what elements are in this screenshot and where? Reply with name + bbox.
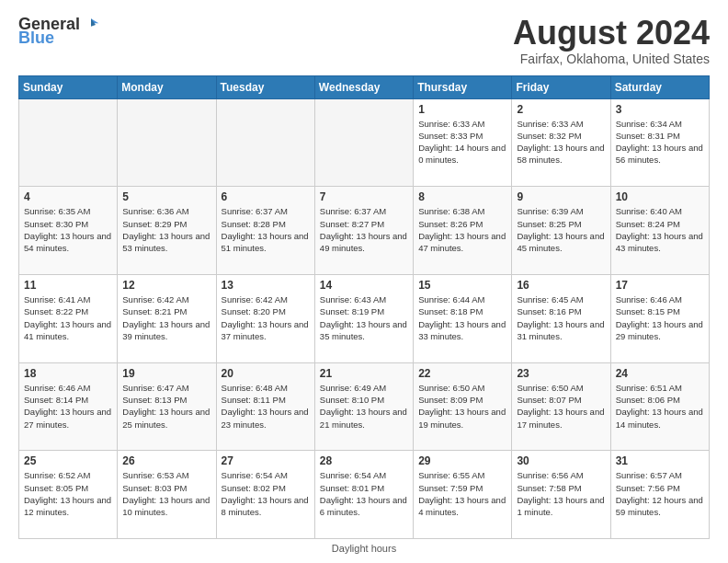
day-info: Sunrise: 6:35 AMSunset: 8:30 PMDaylight:… — [24, 205, 112, 254]
day-info: Sunrise: 6:49 AMSunset: 8:10 PMDaylight:… — [320, 382, 408, 431]
col-monday: Monday — [118, 75, 216, 98]
table-row: 16Sunrise: 6:45 AMSunset: 8:16 PMDayligh… — [512, 274, 610, 362]
day-info: Sunrise: 6:41 AMSunset: 8:22 PMDaylight:… — [24, 293, 112, 342]
table-row: 15Sunrise: 6:44 AMSunset: 8:18 PMDayligh… — [414, 274, 512, 362]
table-row: 19Sunrise: 6:47 AMSunset: 8:13 PMDayligh… — [118, 362, 216, 451]
col-tuesday: Tuesday — [216, 75, 314, 98]
day-info: Sunrise: 6:44 AMSunset: 8:18 PMDaylight:… — [418, 293, 506, 342]
calendar-body: 1Sunrise: 6:33 AMSunset: 8:33 PMDaylight… — [19, 98, 710, 538]
table-row: 11Sunrise: 6:41 AMSunset: 8:22 PMDayligh… — [19, 274, 118, 362]
day-number: 3 — [616, 103, 704, 116]
logo: General Blue — [18, 15, 100, 48]
header-row: Sunday Monday Tuesday Wednesday Thursday… — [19, 75, 710, 98]
day-number: 20 — [222, 367, 310, 380]
day-info: Sunrise: 6:37 AMSunset: 8:28 PMDaylight:… — [222, 205, 310, 254]
month-title: August 2024 — [513, 15, 710, 52]
table-row — [19, 98, 118, 187]
day-number: 15 — [418, 279, 506, 292]
day-info: Sunrise: 6:33 AMSunset: 8:33 PMDaylight:… — [418, 118, 506, 167]
table-row: 30Sunrise: 6:56 AMSunset: 7:58 PMDayligh… — [512, 451, 610, 539]
table-row: 17Sunrise: 6:46 AMSunset: 8:15 PMDayligh… — [610, 274, 709, 362]
day-info: Sunrise: 6:39 AMSunset: 8:25 PMDaylight:… — [517, 205, 605, 254]
day-number: 29 — [418, 454, 506, 467]
day-number: 31 — [616, 454, 704, 467]
day-info: Sunrise: 6:54 AMSunset: 8:01 PMDaylight:… — [320, 469, 408, 518]
day-number: 16 — [517, 279, 605, 292]
day-info: Sunrise: 6:38 AMSunset: 8:26 PMDaylight:… — [418, 205, 506, 254]
calendar-week-row: 4Sunrise: 6:35 AMSunset: 8:30 PMDaylight… — [19, 187, 710, 275]
footer-note: Daylight hours — [18, 543, 710, 554]
day-number: 18 — [24, 367, 112, 380]
page: General Blue August 2024 Fairfax, Oklaho… — [0, 0, 728, 563]
day-number: 17 — [616, 279, 704, 292]
table-row: 22Sunrise: 6:50 AMSunset: 8:09 PMDayligh… — [414, 362, 512, 451]
table-row: 7Sunrise: 6:37 AMSunset: 8:27 PMDaylight… — [314, 187, 413, 275]
day-number: 8 — [418, 190, 506, 203]
table-row: 28Sunrise: 6:54 AMSunset: 8:01 PMDayligh… — [314, 451, 413, 539]
day-info: Sunrise: 6:42 AMSunset: 8:21 PMDaylight:… — [122, 293, 210, 342]
day-info: Sunrise: 6:50 AMSunset: 8:09 PMDaylight:… — [418, 382, 506, 431]
day-number: 2 — [517, 103, 605, 116]
day-info: Sunrise: 6:46 AMSunset: 8:14 PMDaylight:… — [24, 382, 112, 431]
day-number: 19 — [122, 367, 210, 380]
table-row: 10Sunrise: 6:40 AMSunset: 8:24 PMDayligh… — [610, 187, 709, 275]
day-number: 7 — [320, 190, 408, 203]
day-info: Sunrise: 6:54 AMSunset: 8:02 PMDaylight:… — [222, 469, 310, 518]
table-row: 24Sunrise: 6:51 AMSunset: 8:06 PMDayligh… — [610, 362, 709, 451]
location-subtitle: Fairfax, Oklahoma, United States — [513, 52, 710, 66]
col-saturday: Saturday — [610, 75, 709, 98]
table-row — [216, 98, 314, 187]
col-friday: Friday — [512, 75, 610, 98]
day-number: 24 — [616, 367, 704, 380]
day-info: Sunrise: 6:55 AMSunset: 7:59 PMDaylight:… — [418, 469, 506, 518]
day-number: 22 — [418, 367, 506, 380]
day-number: 30 — [517, 454, 605, 467]
calendar-week-row: 11Sunrise: 6:41 AMSunset: 8:22 PMDayligh… — [19, 274, 710, 362]
calendar-week-row: 18Sunrise: 6:46 AMSunset: 8:14 PMDayligh… — [19, 362, 710, 451]
table-row: 5Sunrise: 6:36 AMSunset: 8:29 PMDaylight… — [118, 187, 216, 275]
day-info: Sunrise: 6:40 AMSunset: 8:24 PMDaylight:… — [616, 205, 704, 254]
day-info: Sunrise: 6:46 AMSunset: 8:15 PMDaylight:… — [616, 293, 704, 342]
day-info: Sunrise: 6:57 AMSunset: 7:56 PMDaylight:… — [616, 469, 704, 518]
table-row: 18Sunrise: 6:46 AMSunset: 8:14 PMDayligh… — [19, 362, 118, 451]
table-row: 1Sunrise: 6:33 AMSunset: 8:33 PMDaylight… — [414, 98, 512, 187]
day-info: Sunrise: 6:45 AMSunset: 8:16 PMDaylight:… — [517, 293, 605, 342]
day-number: 28 — [320, 454, 408, 467]
table-row: 4Sunrise: 6:35 AMSunset: 8:30 PMDaylight… — [19, 187, 118, 275]
table-row: 20Sunrise: 6:48 AMSunset: 8:11 PMDayligh… — [216, 362, 314, 451]
table-row: 8Sunrise: 6:38 AMSunset: 8:26 PMDaylight… — [414, 187, 512, 275]
table-row: 14Sunrise: 6:43 AMSunset: 8:19 PMDayligh… — [314, 274, 413, 362]
day-info: Sunrise: 6:47 AMSunset: 8:13 PMDaylight:… — [122, 382, 210, 431]
day-number: 13 — [222, 279, 310, 292]
daylight-hours-label: Daylight hours — [332, 543, 396, 554]
day-number: 11 — [24, 279, 112, 292]
col-wednesday: Wednesday — [314, 75, 413, 98]
table-row — [118, 98, 216, 187]
day-number: 21 — [320, 367, 408, 380]
header: General Blue August 2024 Fairfax, Oklaho… — [18, 15, 710, 66]
table-row: 21Sunrise: 6:49 AMSunset: 8:10 PMDayligh… — [314, 362, 413, 451]
day-number: 10 — [616, 190, 704, 203]
title-area: August 2024 Fairfax, Oklahoma, United St… — [513, 15, 710, 66]
day-number: 1 — [418, 103, 506, 116]
calendar-table: Sunday Monday Tuesday Wednesday Thursday… — [18, 75, 710, 539]
table-row: 13Sunrise: 6:42 AMSunset: 8:20 PMDayligh… — [216, 274, 314, 362]
day-number: 5 — [122, 190, 210, 203]
day-number: 12 — [122, 279, 210, 292]
logo-blue-text: Blue — [18, 29, 54, 48]
table-row: 9Sunrise: 6:39 AMSunset: 8:25 PMDaylight… — [512, 187, 610, 275]
day-number: 6 — [222, 190, 310, 203]
day-info: Sunrise: 6:37 AMSunset: 8:27 PMDaylight:… — [320, 205, 408, 254]
table-row — [314, 98, 413, 187]
day-info: Sunrise: 6:33 AMSunset: 8:32 PMDaylight:… — [517, 118, 605, 167]
table-row: 26Sunrise: 6:53 AMSunset: 8:03 PMDayligh… — [118, 451, 216, 539]
day-info: Sunrise: 6:43 AMSunset: 8:19 PMDaylight:… — [320, 293, 408, 342]
table-row: 29Sunrise: 6:55 AMSunset: 7:59 PMDayligh… — [414, 451, 512, 539]
table-row: 2Sunrise: 6:33 AMSunset: 8:32 PMDaylight… — [512, 98, 610, 187]
day-number: 25 — [24, 454, 112, 467]
day-info: Sunrise: 6:50 AMSunset: 8:07 PMDaylight:… — [517, 382, 605, 431]
day-info: Sunrise: 6:52 AMSunset: 8:05 PMDaylight:… — [24, 469, 112, 518]
day-number: 4 — [24, 190, 112, 203]
day-number: 23 — [517, 367, 605, 380]
day-info: Sunrise: 6:34 AMSunset: 8:31 PMDaylight:… — [616, 118, 704, 167]
